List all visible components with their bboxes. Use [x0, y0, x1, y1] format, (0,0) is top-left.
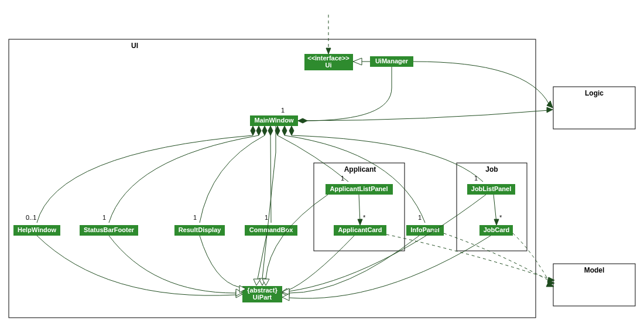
diamond-ip [282, 126, 287, 135]
ui-interface-name: Ui [326, 62, 332, 69]
edge-uimanager-logic [413, 62, 549, 104]
result-display-label: ResultDisplay [179, 226, 222, 233]
ui-part-stereotype: {abstract} [247, 287, 278, 294]
edge-jlp-jc [494, 195, 496, 223]
mult-rd: 1 [193, 214, 197, 221]
mult-sbf: 1 [102, 214, 106, 221]
mult-jc: * [499, 214, 502, 221]
edge-mw-sbf [109, 135, 259, 223]
edge-alp-ac [359, 195, 360, 223]
arrow-jlp-jc [494, 219, 499, 225]
main-window-label: MainWindow [254, 117, 294, 124]
arrow-external-ui [326, 48, 331, 54]
edge-alp-uipart [266, 195, 328, 279]
ui-interface-stereotype: <<interface>> [307, 55, 350, 62]
edge-sbf-uipart [109, 236, 236, 293]
arrow-alp-ac [358, 219, 362, 225]
diamond-sbf [256, 126, 261, 135]
diamond-jlp [289, 126, 294, 135]
command-box-label: CommandBox [249, 226, 293, 233]
edge-ac-uipart [287, 236, 354, 291]
mult-cb: 1 [265, 214, 268, 221]
edge-mw-cb [270, 135, 271, 223]
mult-alp: 1 [341, 175, 344, 182]
mult-ip: 1 [418, 214, 422, 221]
package-applicant-label: Applicant [344, 165, 376, 173]
diamond-rd [262, 126, 267, 135]
arrowhead-realization-icon [353, 58, 362, 65]
edge-ip-uipart [289, 236, 419, 293]
edge-hw-uipart [37, 236, 236, 295]
status-bar-label: StatusBarFooter [84, 226, 135, 233]
edge-mw-uipart [262, 126, 276, 278]
mult-mainwindow: 1 [281, 107, 285, 114]
edge-mw-hw [37, 135, 253, 223]
edge-mw-ip [285, 135, 425, 223]
package-model-label: Model [584, 266, 605, 274]
edge-uimanager-mainwindow [304, 67, 392, 121]
arrow-mainwindow-logic [547, 107, 553, 113]
applicant-list-label: ApplicantListPanel [330, 185, 388, 192]
ui-manager-label: UiManager [375, 57, 409, 64]
package-logic-label: Logic [585, 89, 604, 97]
ui-part-name: UiPart [253, 294, 272, 301]
help-window-label: HelpWindow [18, 226, 56, 233]
job-list-label: JobListPanel [471, 185, 511, 192]
edge-cb-uipart [258, 236, 266, 279]
edge-mw-alp [278, 135, 348, 182]
applicant-card-label: ApplicantCard [338, 226, 382, 233]
package-ui-label: UI [131, 42, 138, 50]
mult-ac: * [363, 214, 366, 221]
package-job-label: Job [485, 165, 498, 173]
job-card-label: JobCard [484, 226, 510, 233]
mult-hw: 0..1 [26, 214, 36, 221]
uml-diagram: UI Logic Model Applicant Job <<interface… [0, 0, 644, 330]
package-job [457, 163, 527, 251]
mult-jlp: 1 [474, 175, 478, 182]
tri-cb-uipart [254, 279, 261, 285]
edge-rd-uipart [200, 236, 239, 287]
diamond-cb [268, 126, 273, 135]
edge-jc-model [513, 233, 550, 284]
diamond-hw [251, 126, 255, 135]
edge-mw-rd [200, 135, 265, 223]
edge-ac-model [386, 234, 550, 279]
